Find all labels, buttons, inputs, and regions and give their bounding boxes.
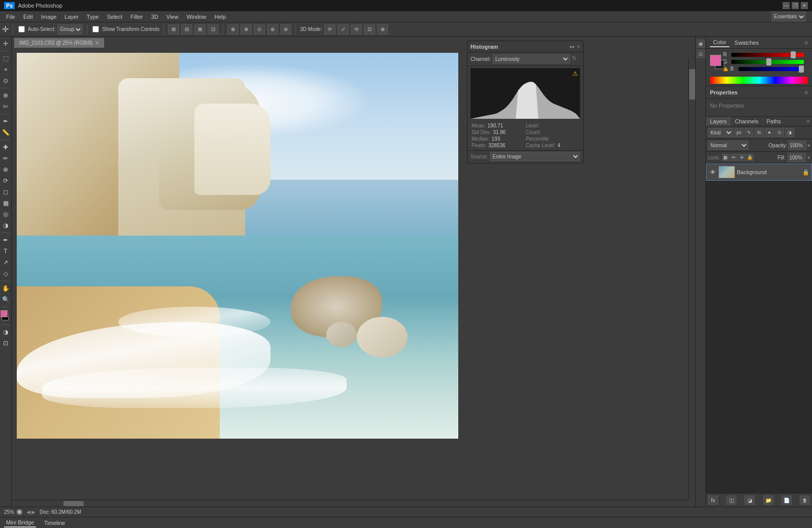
source-select[interactable]: Entire Image [490, 152, 580, 161]
restore-button[interactable]: ❐ [792, 2, 799, 9]
3d-btn-2[interactable]: ⤢ [337, 24, 349, 35]
channel-select[interactable]: Luminosity RGB Red Green Blue [493, 54, 570, 63]
layers-panel-menu-btn[interactable]: ≡ [805, 117, 812, 126]
timeline-tab[interactable]: Timeline [42, 519, 67, 527]
blue-slider[interactable] [738, 67, 804, 71]
filter-icon-2[interactable]: ✎ [745, 128, 754, 137]
delete-layer-btn[interactable]: 🗑 [800, 496, 810, 505]
auto-select-checkbox[interactable] [18, 26, 25, 32]
menu-image[interactable]: Image [37, 13, 61, 21]
3d-btn-3[interactable]: ⟲ [351, 24, 362, 35]
show-transform-checkbox[interactable] [92, 26, 99, 32]
pen-tool-btn[interactable]: ✒ [1, 235, 11, 245]
minimize-button[interactable]: — [783, 2, 790, 9]
menu-edit[interactable]: Edit [19, 13, 37, 21]
horizontal-scrollbar[interactable] [12, 500, 688, 507]
layers-filter-type[interactable]: Kind [708, 128, 733, 137]
lock-all-btn[interactable]: 🔒 [747, 154, 754, 161]
histogram-refresh-btn[interactable]: ↻ [572, 55, 580, 63]
horizontal-scroll-thumb[interactable] [63, 501, 84, 506]
blend-mode-select[interactable]: Normal [708, 141, 749, 150]
add-mask-btn[interactable]: ◫ [726, 496, 736, 505]
menu-help[interactable]: Help [211, 13, 230, 21]
workspace-selector[interactable]: Essentials [771, 12, 810, 22]
menu-window[interactable]: Window [182, 13, 210, 21]
auto-select-type[interactable]: Group [57, 24, 83, 35]
slice-tool-btn[interactable]: ✄ [1, 102, 11, 112]
canvas-image[interactable] [17, 53, 458, 439]
move-tool-btn[interactable]: ✛ [1, 39, 11, 49]
3d-btn-4[interactable]: ⊡ [364, 24, 375, 35]
add-style-btn[interactable]: fx [708, 496, 718, 505]
vertical-scrollbar[interactable] [688, 59, 695, 500]
menu-file[interactable]: File [2, 13, 19, 21]
color-panel-close-btn[interactable]: ≡ [805, 40, 808, 46]
ruler-tool-btn[interactable]: 📏 [1, 127, 11, 138]
foreground-color-swatch[interactable] [710, 55, 721, 66]
transform-btn-1[interactable]: ⊞ [168, 24, 179, 35]
color-spectrum-bar[interactable] [710, 77, 808, 84]
hand-tool-btn[interactable]: ✋ [1, 283, 11, 293]
layer-visibility-btn[interactable]: 👁 [708, 168, 717, 176]
lock-paint-btn[interactable]: ✏ [730, 154, 737, 161]
menu-view[interactable]: View [162, 13, 183, 21]
shape-tool-btn[interactable]: ◇ [1, 269, 11, 279]
blur-tool-btn[interactable]: ◎ [1, 209, 11, 219]
screen-mode-btn[interactable]: ⊡ [1, 338, 11, 348]
layers-tab-channels[interactable]: Channels [731, 117, 762, 126]
transform-btn-3[interactable]: ⊠ [194, 24, 206, 35]
mini-icon-1[interactable]: ▦ [697, 40, 705, 48]
red-slider[interactable] [731, 53, 804, 57]
layers-tab-paths[interactable]: Paths [763, 117, 785, 126]
document-tab[interactable]: IMG_2103.CR2 @ 25% (RGB/8) ✕ [14, 38, 105, 48]
dodge-tool-btn[interactable]: ◑ [1, 220, 11, 230]
eraser-tool-btn[interactable]: ◻ [1, 187, 11, 197]
new-adjustment-btn[interactable]: ◪ [745, 496, 755, 505]
workspace-select[interactable]: Essentials [771, 12, 806, 22]
align-btn-4[interactable]: ⊛ [267, 24, 278, 35]
transform-btn-2[interactable]: ⊟ [181, 24, 192, 35]
menu-filter[interactable]: Filter [126, 13, 147, 21]
filter-icon-4[interactable]: ● [765, 128, 774, 137]
clone-tool-btn[interactable]: ⊗ [1, 164, 11, 175]
gradient-tool-btn[interactable]: ▦ [1, 198, 11, 208]
layer-item-background[interactable]: 👁 Background 🔒 [706, 163, 812, 181]
menu-type[interactable]: Type [83, 13, 103, 21]
nav-prev-btn[interactable]: ◀ [26, 509, 30, 515]
canvas-container[interactable] [12, 48, 695, 507]
marquee-tool-btn[interactable]: ⬚ [1, 53, 11, 63]
zoom-tool-btn[interactable]: 🔍 [1, 294, 11, 305]
filter-icon-3[interactable]: fx [755, 128, 764, 137]
transform-btn-4[interactable]: ⊡ [208, 24, 219, 35]
text-tool-btn[interactable]: T [1, 246, 11, 256]
eyedropper-tool-btn[interactable]: ✒ [1, 116, 11, 126]
layers-tab-layers[interactable]: Layers [706, 117, 731, 126]
mini-bridge-tab[interactable]: Mini Bridge [4, 518, 36, 527]
fill-input[interactable] [788, 153, 806, 162]
properties-panel-close-btn[interactable]: ≡ [805, 89, 808, 95]
align-btn-3[interactable]: ⊙ [254, 24, 265, 35]
close-button[interactable]: ✕ [801, 2, 808, 9]
menu-3d[interactable]: 3D [147, 13, 162, 21]
tab-close-btn[interactable]: ✕ [95, 40, 99, 46]
history-tool-btn[interactable]: ⟳ [1, 176, 11, 186]
align-btn-2[interactable]: ⊕ [241, 24, 252, 35]
healing-tool-btn[interactable]: ✚ [1, 142, 11, 152]
align-btn-1[interactable]: ⊗ [227, 24, 239, 35]
green-slider[interactable] [731, 60, 804, 64]
vertical-scroll-thumb[interactable] [689, 69, 695, 100]
histogram-menu-btn[interactable]: ≡ [577, 44, 580, 49]
menu-select[interactable]: Select [103, 13, 127, 21]
3d-btn-1[interactable]: ⟳ [324, 24, 335, 35]
mini-icon-2[interactable]: ◫ [697, 50, 705, 58]
new-group-btn[interactable]: 📁 [763, 496, 773, 505]
lock-position-btn[interactable]: ✛ [738, 154, 746, 161]
filter-icon-5[interactable]: ⊙ [775, 128, 784, 137]
fill-expand-btn[interactable]: ▾ [807, 155, 810, 160]
quick-mask-btn[interactable]: ◑ [1, 327, 11, 337]
opacity-input[interactable] [788, 141, 806, 150]
color-tab[interactable]: Color [710, 38, 729, 47]
filter-icon-1[interactable]: px [734, 128, 743, 137]
nav-next-btn[interactable]: ▶ [31, 509, 36, 515]
histogram-expand-btn[interactable]: ▸▸ [570, 44, 575, 49]
